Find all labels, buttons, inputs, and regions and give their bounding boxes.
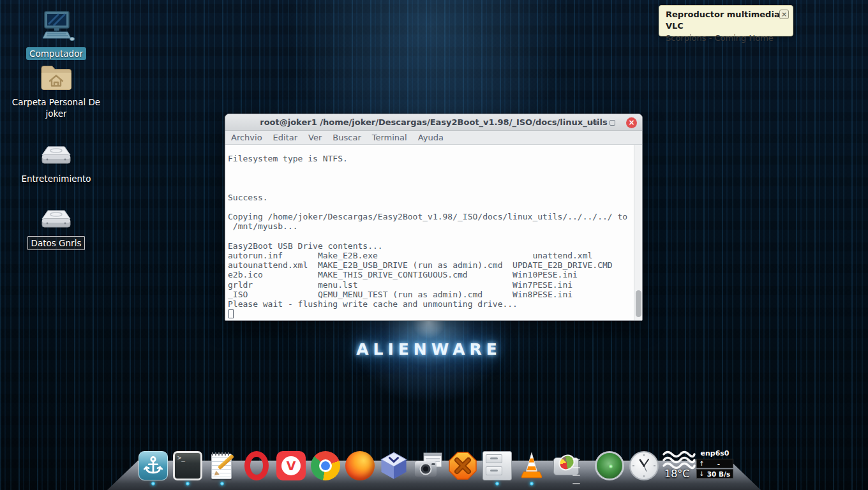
dock-item-vivaldi[interactable]: V [276, 451, 306, 480]
dock-item-terminal[interactable]: >_ [173, 451, 202, 480]
running-indicator-dot [495, 482, 499, 486]
terminal-titlebar[interactable]: root@joker1 /home/joker/Descargas/Easy2B… [225, 114, 642, 131]
terminal-app-icon: >_ [173, 451, 202, 480]
upload-value: - [707, 460, 731, 468]
menu-item-help[interactable]: Ayuda [418, 133, 444, 142]
terminal-output-area[interactable]: Filesystem type is NTFS. Success. Copyin… [225, 145, 642, 321]
hard-drive-icon [38, 144, 74, 170]
scrollbar-thumb[interactable] [636, 290, 641, 317]
window-buttons: − × [591, 114, 637, 131]
menu-item-search[interactable]: Buscar [333, 133, 361, 142]
desktop-icon-label: Computador [26, 47, 86, 60]
vlc-cone-icon [517, 451, 546, 480]
computer-icon [37, 10, 75, 45]
dock-item-clock[interactable] [629, 451, 659, 480]
running-indicator-dot [151, 482, 155, 486]
dock-item-chrome[interactable] [311, 451, 340, 480]
vlc-notification: Reproductor multimedia VLC Scorpions - C… [659, 5, 793, 36]
running-indicator-dot [220, 482, 224, 486]
temperature-value: 18°C [664, 468, 690, 480]
desktop-icon-computer[interactable]: Computador [8, 10, 104, 60]
download-value: 30 B/s [707, 470, 731, 478]
text-editor-icon [207, 451, 237, 480]
network-download-row: ↓ 30 B/s [696, 469, 733, 479]
file-cabinet-icon [483, 451, 512, 480]
dock-item-virtualbox[interactable] [379, 451, 408, 480]
virtualbox-icon [379, 451, 408, 480]
dock-item-orange-x-app[interactable] [448, 451, 477, 480]
maximize-button[interactable] [610, 120, 615, 126]
hard-drive-icon [38, 208, 74, 234]
upload-arrow-icon: ↑ [699, 460, 707, 467]
network-monitor-widget[interactable]: enp6s0 ↑ - ↓ 30 B/s [696, 449, 733, 479]
temperature-widget[interactable]: 18°C [661, 450, 698, 481]
menu-item-file[interactable]: Archvio [231, 133, 262, 142]
dock-separator [572, 459, 581, 484]
dock-item-file-manager[interactable] [483, 451, 512, 480]
window-title: root@joker1 /home/joker/Descargas/Easy2B… [260, 117, 608, 127]
opera-icon [244, 451, 269, 480]
vivaldi-icon: V [276, 451, 306, 480]
dock-item-text-editor[interactable] [207, 451, 237, 480]
radar-icon [595, 451, 624, 480]
minimize-button[interactable]: − [591, 119, 599, 126]
dock-item-docky-anchor[interactable] [138, 451, 168, 480]
desktop-icon-label: Carpeta Personal De joker [8, 96, 104, 120]
chrome-icon [311, 451, 340, 480]
menu-item-terminal[interactable]: Terminal [372, 133, 407, 142]
dock-item-firefox[interactable] [345, 451, 375, 480]
firefox-icon [345, 451, 375, 480]
menu-item-edit[interactable]: Editar [273, 133, 298, 142]
notification-body: Scorpions - Coming Home [666, 32, 786, 44]
dock-item-ip-scanner[interactable] [595, 451, 624, 480]
terminal-window: root@joker1 /home/joker/Descargas/Easy2B… [225, 114, 643, 321]
terminal-scrollbar[interactable] [634, 145, 642, 321]
running-indicator-dot [186, 482, 190, 486]
notification-title: Reproductor multimedia VLC [666, 9, 786, 32]
dock-item-opera[interactable] [242, 451, 271, 480]
camera-icon [414, 451, 443, 480]
close-button[interactable]: × [626, 117, 637, 128]
desktop-icon-home-folder[interactable]: Carpeta Personal De joker [8, 63, 104, 120]
desktop-icon-label: Datos Gnrls [27, 236, 86, 250]
network-upload-row: ↑ - [696, 459, 733, 468]
desktop-icon-datos-gnrls[interactable]: Datos Gnrls [8, 208, 104, 250]
download-arrow-icon: ↓ [699, 470, 707, 477]
terminal-output-text: Filesystem type is NTFS. Success. Copyin… [225, 145, 634, 321]
network-interface-label: enp6s0 [696, 449, 733, 457]
desktop-icon-label: Entretenimiento [18, 172, 94, 185]
running-indicator-dot [530, 482, 534, 486]
notification-close-icon[interactable]: × [779, 10, 789, 19]
menu-item-view[interactable]: Ver [308, 133, 322, 142]
clock-icon [629, 451, 659, 480]
home-folder-icon [38, 63, 75, 93]
anchor-icon [138, 451, 168, 480]
dock-item-vlc[interactable] [517, 451, 546, 480]
terminal-cursor [228, 309, 234, 318]
desktop-icon-entertainment[interactable]: Entretenimiento [8, 144, 104, 185]
dock-item-screenshot-tool[interactable] [414, 451, 443, 480]
wallpaper-brand-text: ALIENWARE [0, 340, 858, 359]
orange-x-icon [448, 451, 477, 480]
terminal-menubar: Archvio Editar Ver Buscar Terminal Ayuda [225, 131, 642, 145]
